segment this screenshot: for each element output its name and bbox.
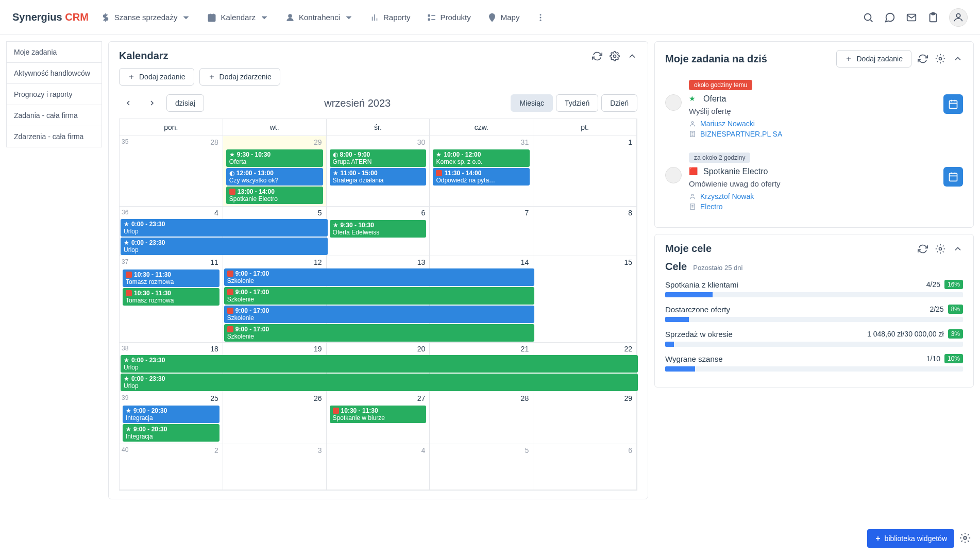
calendar-event[interactable]: ★9:00 - 20:30Integracja — [123, 424, 219, 442]
calendar-event[interactable]: ★9:00 - 20:30Integracja — [123, 406, 219, 423]
calendar-event[interactable]: 10:30 - 11:30Spotkanie w biurze — [330, 406, 427, 423]
calendar-event-span[interactable]: ★0:00 - 23:30Urlop — [121, 355, 638, 373]
svg-rect-3 — [428, 19, 430, 20]
refresh-icon[interactable] — [918, 244, 928, 254]
calendar-event[interactable]: 13:00 - 14:00Spotkanie Electro — [226, 187, 323, 204]
calendar-event-span[interactable]: ★0:00 - 23:30Urlop — [121, 238, 328, 255]
svg-point-13 — [614, 55, 616, 57]
day-number: 5 — [525, 446, 529, 454]
calendar-event[interactable]: 11:30 - 14:00Odpowiedź na pyta… — [433, 168, 530, 186]
calendar-cell[interactable]: 3528 — [120, 136, 223, 206]
calendar-event[interactable]: ★10:00 - 12:00Kornex sp. z o.o. — [433, 149, 530, 167]
svg-rect-17 — [950, 100, 957, 108]
add-task-button[interactable]: Dodaj zadanie — [119, 68, 194, 86]
task-calendar-button[interactable] — [943, 167, 963, 187]
day-header: pon. — [120, 119, 223, 136]
calendar-cell[interactable]: 402 — [120, 444, 223, 490]
sidebar-item-0[interactable]: Moje zadania — [6, 41, 102, 63]
calendar-cell[interactable]: 31★10:00 - 12:00Kornex sp. z o.o.11:30 -… — [430, 136, 533, 206]
nav-mapy[interactable]: Mapy — [487, 13, 520, 22]
calendar-cell[interactable]: 15 — [533, 256, 637, 342]
view-week-button[interactable]: Tydzień — [556, 94, 598, 112]
svg-rect-0 — [209, 14, 216, 22]
calendar-cell[interactable]: 371110:30 - 11:30Tomasz rozmowa10:30 - 1… — [120, 256, 223, 342]
nav-szanse-sprzedaży[interactable]: Szanse sprzedaży — [101, 13, 191, 22]
calendar-event-span[interactable]: 9:00 - 17:00Szkolenie — [224, 268, 534, 286]
goal-bar — [665, 366, 963, 372]
sidebar-item-1[interactable]: Aktywność handlowców — [6, 62, 102, 84]
calendar-cell[interactable]: 28 — [430, 392, 533, 444]
calendar-cell[interactable]: 2710:30 - 11:30Spotkanie w biurze — [327, 392, 430, 444]
task-company[interactable]: BIZNESPARTNER.PL SA — [689, 130, 963, 138]
gear-icon[interactable] — [935, 244, 945, 254]
calendar-cell[interactable]: 6★9:30 - 10:30Oferta Edelweiss — [327, 207, 430, 256]
nav-more[interactable] — [536, 13, 545, 22]
nav-raporty[interactable]: Raporty — [370, 13, 411, 22]
task-calendar-button[interactable] — [943, 94, 963, 114]
collapse-icon[interactable] — [953, 54, 963, 64]
calendar-cell[interactable]: 29★9:30 - 10:30Oferta◐12:00 - 13:00Czy w… — [223, 136, 327, 206]
calendar-cell[interactable]: 3 — [223, 444, 327, 490]
user-avatar[interactable] — [949, 8, 968, 27]
sidebar: Moje zadaniaAktywność handlowcówPrognozy… — [6, 41, 102, 499]
sidebar-item-3[interactable]: Zadania - cała firma — [6, 105, 102, 126]
calendar-cell[interactable]: 7 — [430, 207, 533, 256]
calendar-event-span[interactable]: ★0:00 - 23:30Urlop — [121, 219, 328, 237]
calendar-event-span[interactable]: 9:00 - 17:00Szkolenie — [224, 324, 534, 342]
gear-icon[interactable] — [935, 54, 945, 64]
calendar-cell[interactable]: 6 — [533, 444, 637, 490]
collapse-icon[interactable] — [953, 244, 963, 254]
task-person[interactable]: Mariusz Nowacki — [689, 120, 963, 128]
week-number: 37 — [122, 258, 128, 265]
day-number: 4 — [421, 446, 426, 454]
calendar-event-span[interactable]: ★0:00 - 23:30Urlop — [121, 374, 638, 391]
search-icon[interactable] — [863, 12, 874, 23]
calendar-cell[interactable]: 1 — [533, 136, 637, 206]
nav-kalendarz[interactable]: Kalendarz — [207, 13, 269, 22]
calendar-event[interactable]: ◐12:00 - 13:00Czy wszystko ok? — [226, 168, 323, 186]
day-header: pt. — [533, 119, 637, 136]
refresh-icon[interactable] — [918, 54, 928, 64]
day-number: 5 — [318, 209, 322, 217]
add-event-button[interactable]: Dodaj zdarzenie — [199, 68, 280, 86]
calendar-event[interactable]: 10:30 - 11:30Tomasz rozmowa — [123, 269, 219, 287]
task-company[interactable]: Electro — [689, 203, 963, 211]
prev-month-button[interactable] — [119, 94, 138, 112]
today-button[interactable]: dzisiaj — [166, 94, 204, 112]
svg-point-18 — [691, 194, 694, 196]
clipboard-icon[interactable] — [927, 12, 939, 23]
calendar-cell[interactable]: 30◐8:00 - 9:00Grupa ATERN★11:00 - 15:00S… — [327, 136, 430, 206]
refresh-icon[interactable] — [592, 51, 602, 61]
collapse-icon[interactable] — [627, 51, 637, 61]
nav-produkty[interactable]: Produkty — [427, 13, 471, 22]
mail-icon[interactable] — [906, 12, 917, 23]
next-month-button[interactable] — [143, 94, 161, 112]
calendar-event[interactable]: ★9:30 - 10:30Oferta — [226, 149, 323, 167]
calendar-event[interactable]: ◐8:00 - 9:00Grupa ATERN — [330, 149, 427, 167]
sidebar-item-2[interactable]: Prognozy i raporty — [6, 83, 102, 105]
calendar-panel: Kalendarz Dodaj zadanie Dodaj zdarzenie … — [108, 41, 648, 499]
calendar-event-span[interactable]: 9:00 - 17:00Szkolenie — [224, 306, 534, 323]
goal-item: Spotkania z klientami 4/25 16% — [665, 280, 963, 297]
nav-kontrahenci[interactable]: Kontrahenci — [285, 13, 353, 22]
calendar-event-span[interactable]: 9:00 - 17:00Szkolenie — [224, 287, 534, 305]
calendar-cell[interactable]: 29 — [533, 392, 637, 444]
week-number: 35 — [122, 138, 128, 145]
day-number: 28 — [521, 394, 529, 402]
calendar-event[interactable]: ★11:00 - 15:00Strategia działania — [330, 168, 427, 186]
view-month-button[interactable]: Miesiąc — [511, 94, 552, 112]
add-task-button-2[interactable]: Dodaj zadanie — [836, 50, 911, 68]
calendar-cell[interactable]: 5 — [430, 444, 533, 490]
sidebar-item-4[interactable]: Zdarzenia - cała firma — [6, 126, 102, 147]
calendar-cell[interactable]: 4 — [327, 444, 430, 490]
calendar-event[interactable]: ★9:30 - 10:30Oferta Edelweiss — [330, 220, 427, 238]
task-person[interactable]: Krzysztof Nowak — [689, 192, 963, 200]
view-day-button[interactable]: Dzień — [601, 94, 637, 112]
calendar-cell[interactable]: 26 — [223, 392, 327, 444]
calendar-cell[interactable]: 8 — [533, 207, 637, 256]
calendar-cell[interactable]: 3925★9:00 - 20:30Integracja★9:00 - 20:30… — [120, 392, 223, 444]
gear-icon[interactable] — [610, 51, 620, 61]
chat-icon[interactable] — [884, 12, 895, 23]
calendar-event[interactable]: 10:30 - 11:30Tomasz rozmowa — [123, 288, 219, 306]
svg-point-1 — [289, 14, 292, 18]
